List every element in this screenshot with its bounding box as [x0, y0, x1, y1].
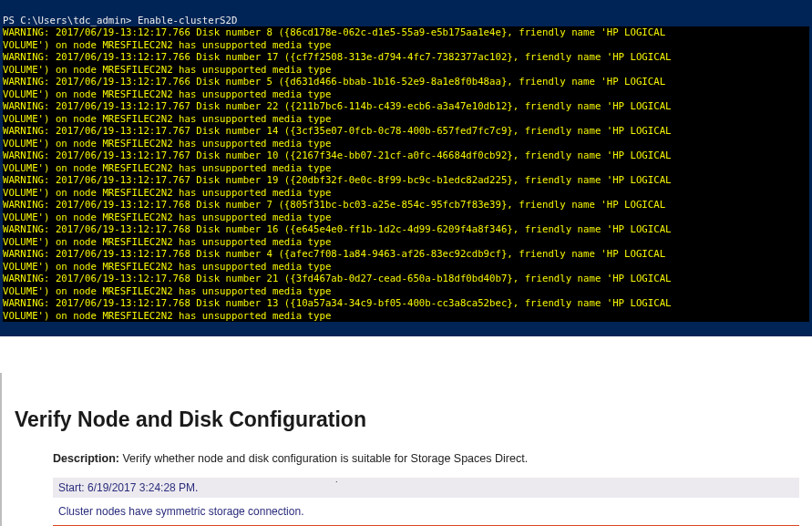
- prompt-path: PS C:\Users\tdc_admin>: [3, 15, 138, 26]
- warning-line: VOLUME') on node MRESFILEC2N2 has unsupp…: [3, 64, 809, 77]
- description-label: Description:: [53, 452, 119, 465]
- symmetric-bar: Cluster nodes have symmetric storage con…: [53, 501, 799, 521]
- validation-report: Verify Node and Disk Configuration Descr…: [0, 373, 812, 527]
- warning-line: VOLUME') on node MRESFILEC2N2 has unsupp…: [3, 88, 809, 101]
- start-time-bar: Start: 6/19/2017 3:24:28 PM. .: [53, 478, 799, 498]
- start-time-text: Start: 6/19/2017 3:24:28 PM.: [58, 481, 198, 494]
- warning-output: WARNING: 2017/06/19-13:12:17.766 Disk nu…: [3, 26, 809, 322]
- warning-line: WARNING: 2017/06/19-13:12:17.766 Disk nu…: [3, 76, 809, 88]
- warning-line: VOLUME') on node MRESFILEC2N2 has unsupp…: [3, 261, 809, 273]
- warning-line: WARNING: 2017/06/19-13:12:17.768 Disk nu…: [3, 223, 809, 236]
- warning-line: WARNING: 2017/06/19-13:12:17.767 Disk nu…: [3, 100, 809, 113]
- command-text: Enable-clusterS2D: [138, 15, 237, 26]
- powershell-terminal: PS C:\Users\tdc_admin> Enable-clusterS2D…: [0, 0, 812, 336]
- warning-line: VOLUME') on node MRESFILEC2N2 has unsupp…: [3, 162, 809, 175]
- warning-line: VOLUME') on node MRESFILEC2N2 has unsupp…: [3, 138, 809, 150]
- report-title: Verify Node and Disk Configuration: [15, 407, 799, 432]
- warning-line: VOLUME') on node MRESFILEC2N2 has unsupp…: [3, 285, 809, 298]
- warning-line: VOLUME') on node MRESFILEC2N2 has unsupp…: [3, 39, 809, 52]
- warning-line: VOLUME') on node MRESFILEC2N2 has unsupp…: [3, 187, 809, 200]
- warning-line: VOLUME') on node MRESFILEC2N2 has unsupp…: [3, 211, 809, 224]
- warning-line: WARNING: 2017/06/19-13:12:17.768 Disk nu…: [3, 248, 809, 261]
- warning-line: WARNING: 2017/06/19-13:12:17.766 Disk nu…: [3, 51, 809, 64]
- warning-line: VOLUME') on node MRESFILEC2N2 has unsupp…: [3, 236, 809, 249]
- warning-line: WARNING: 2017/06/19-13:12:17.767 Disk nu…: [3, 125, 809, 138]
- warning-line: WARNING: 2017/06/19-13:12:17.768 Disk nu…: [3, 297, 809, 310]
- report-description: Description: Verify whether node and dis…: [53, 452, 799, 465]
- symmetric-text: Cluster nodes have symmetric storage con…: [58, 505, 303, 518]
- prompt-line: PS C:\Users\tdc_admin> Enable-clusterS2D: [3, 15, 237, 26]
- warning-line: WARNING: 2017/06/19-13:12:17.767 Disk nu…: [3, 174, 809, 187]
- warning-line: WARNING: 2017/06/19-13:12:17.768 Disk nu…: [3, 199, 809, 211]
- warning-line: WARNING: 2017/06/19-13:12:17.767 Disk nu…: [3, 150, 809, 162]
- stray-mark: .: [335, 475, 338, 484]
- warning-line: WARNING: 2017/06/19-13:12:17.766 Disk nu…: [3, 26, 809, 39]
- warning-line: WARNING: 2017/06/19-13:12:17.768 Disk nu…: [3, 273, 809, 285]
- warning-line: VOLUME') on node MRESFILEC2N2 has unsupp…: [3, 113, 809, 126]
- description-text: Verify whether node and disk configurati…: [119, 452, 528, 465]
- warning-line: VOLUME') on node MRESFILEC2N2 has unsupp…: [3, 310, 809, 323]
